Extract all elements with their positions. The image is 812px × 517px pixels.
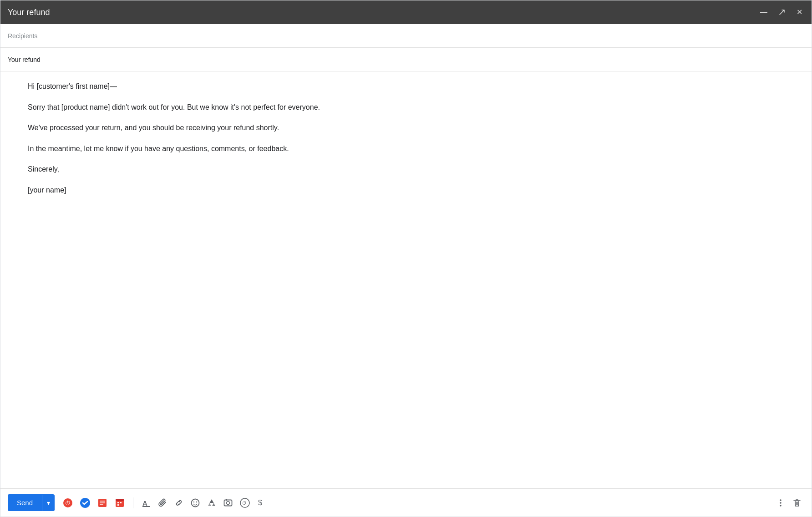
svg-rect-17 <box>224 500 232 506</box>
close-icon: ✕ <box>797 9 802 16</box>
email-line2: We've processed your return, and you sho… <box>28 122 784 134</box>
tasks-button[interactable] <box>77 495 93 511</box>
font-format-button[interactable]: A <box>139 496 153 510</box>
title-bar: Your refund — ✕ <box>0 0 812 24</box>
svg-point-18 <box>227 501 230 504</box>
svg-point-14 <box>192 499 199 507</box>
notes-button[interactable] <box>95 495 110 511</box>
svg-rect-11 <box>117 504 119 506</box>
delete-icon <box>792 498 802 507</box>
svg-rect-19 <box>226 499 227 501</box>
attach-icon <box>158 498 167 507</box>
svg-text:⏱: ⏱ <box>242 501 247 506</box>
minimize-icon: — <box>760 9 767 16</box>
chevron-down-icon: ▾ <box>47 499 50 507</box>
svg-rect-10 <box>120 502 122 503</box>
svg-point-15 <box>193 501 194 502</box>
send-button[interactable]: Send <box>8 494 42 511</box>
window-controls: — ✕ <box>758 7 804 18</box>
svg-rect-8 <box>116 499 124 501</box>
font-format-icon: A <box>142 498 151 507</box>
svg-point-16 <box>196 501 197 502</box>
schedule-send-icon: ⏱ <box>63 498 73 508</box>
more-options-icon <box>776 498 785 507</box>
svg-text:A: A <box>142 499 147 507</box>
email-closing: Sincerely, <box>28 163 784 175</box>
svg-text:$: $ <box>258 499 262 507</box>
link-icon <box>174 498 183 507</box>
tasks-icon <box>80 498 90 508</box>
attach-button[interactable] <box>155 496 170 510</box>
calendar-button[interactable] <box>112 495 127 511</box>
email-line3: In the meantime, let me know if you have… <box>28 143 784 155</box>
confidential-button[interactable]: ⏱ <box>237 495 253 511</box>
recipients-row <box>0 24 812 48</box>
drive-button[interactable] <box>204 496 219 510</box>
drive-icon <box>207 498 216 507</box>
compose-window: Your refund — ✕ Hi [customer's first nam… <box>0 0 812 517</box>
close-button[interactable]: ✕ <box>795 7 804 18</box>
email-greeting: Hi [customer's first name]— <box>28 81 784 92</box>
toolbar-divider-1 <box>133 497 133 508</box>
svg-point-23 <box>780 499 782 501</box>
emoji-button[interactable] <box>188 496 203 510</box>
window-title: Your refund <box>8 8 50 17</box>
signature-icon: $ <box>257 498 266 507</box>
email-signature: [your name] <box>28 184 784 196</box>
signature-button[interactable]: $ <box>254 496 269 510</box>
delete-button[interactable] <box>790 496 804 510</box>
send-button-group: Send ▾ <box>8 494 55 511</box>
send-dropdown-button[interactable]: ▾ <box>42 495 55 511</box>
svg-rect-9 <box>117 502 119 503</box>
toolbar-right <box>773 496 804 510</box>
svg-point-25 <box>780 505 782 507</box>
email-body-area[interactable]: Hi [customer's first name]— Sorry that [… <box>0 71 812 488</box>
photo-button[interactable] <box>221 496 235 510</box>
more-options-button[interactable] <box>773 496 788 510</box>
notes-icon <box>97 498 107 508</box>
minimize-button[interactable]: — <box>758 7 769 18</box>
emoji-icon <box>191 498 200 507</box>
resize-button[interactable] <box>776 7 787 18</box>
schedule-send-button[interactable]: ⏱ <box>60 495 76 511</box>
email-body-content: Hi [customer's first name]— Sorry that [… <box>28 81 784 196</box>
email-line1: Sorry that [product name] didn't work ou… <box>28 101 784 113</box>
calendar-icon <box>115 498 125 508</box>
resize-icon <box>778 9 786 16</box>
photo-icon <box>223 498 233 507</box>
recipients-input[interactable] <box>8 32 804 40</box>
svg-point-24 <box>780 502 782 504</box>
svg-text:⏱: ⏱ <box>65 500 71 506</box>
confidential-icon: ⏱ <box>240 498 250 508</box>
subject-input[interactable] <box>8 56 804 63</box>
subject-row <box>0 48 812 71</box>
link-button[interactable] <box>172 496 186 510</box>
compose-toolbar: Send ▾ ⏱ <box>0 488 812 517</box>
